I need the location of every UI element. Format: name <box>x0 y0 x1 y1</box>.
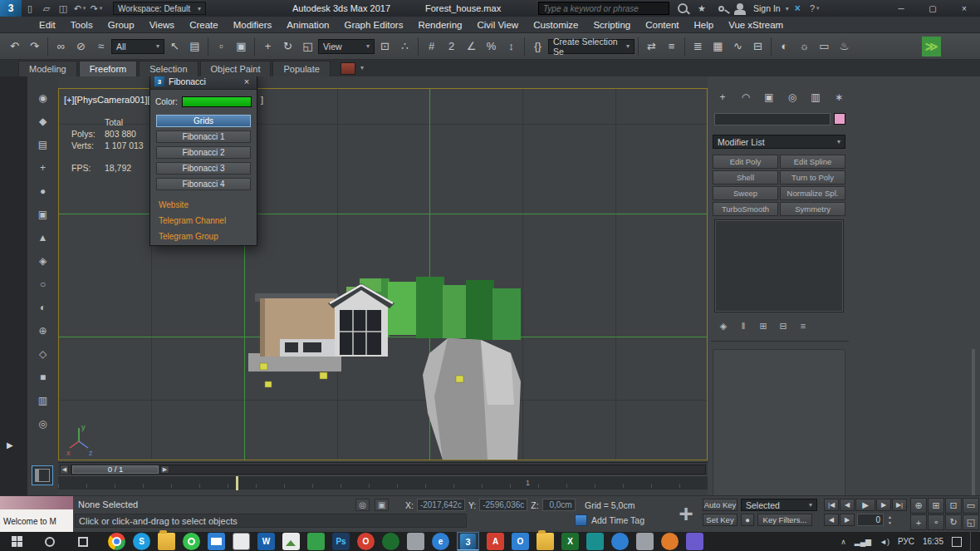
time-tag-icon[interactable] <box>575 514 587 526</box>
set-key-button[interactable]: Set Key <box>703 514 737 526</box>
remove-modifier-icon[interactable]: ⊟ <box>777 321 789 332</box>
fibonacci-1-button[interactable]: Fibonacci 1 <box>156 130 251 143</box>
redo-scene-icon[interactable]: ↷ <box>25 37 44 57</box>
onenote-icon[interactable] <box>307 533 325 550</box>
go-to-start-button[interactable]: |◀ <box>824 499 839 511</box>
percent-snap-icon[interactable]: % <box>482 37 501 57</box>
excel-icon[interactable]: X <box>561 533 579 550</box>
help-icon[interactable]: ?▾ <box>806 1 823 16</box>
left-toolbar-icon-1[interactable]: ◉ <box>34 90 52 106</box>
zoom-extents-icon[interactable]: ⊡ <box>945 498 962 514</box>
select-and-rotate-icon[interactable]: ↻ <box>278 37 297 57</box>
ribbon-config-chevron-icon[interactable]: ▾ <box>360 64 364 71</box>
word-icon[interactable]: W <box>257 533 275 550</box>
menu-animation[interactable]: Animation <box>279 17 336 33</box>
zoom-icon[interactable]: ⊕ <box>910 498 927 514</box>
left-toolbar-icon-9[interactable]: ○ <box>34 276 52 293</box>
zoom-all-icon[interactable]: ⊞ <box>928 498 944 514</box>
left-toolbar-icon-8[interactable]: ◈ <box>34 253 52 269</box>
mirror-icon[interactable]: ⇄ <box>642 37 661 57</box>
hierarchy-tab-icon[interactable]: ▣ <box>761 90 777 105</box>
store-icon[interactable] <box>686 533 703 550</box>
toolbar-chevrons-icon[interactable]: ≫ <box>922 37 941 57</box>
viewport-layout-tab[interactable] <box>32 465 53 485</box>
set-keys-icon[interactable]: ● <box>741 514 754 526</box>
keyboard-shortcut-override-icon[interactable]: # <box>422 37 441 57</box>
motion-tab-icon[interactable]: ◎ <box>784 90 801 105</box>
modifier-stack-list[interactable] <box>714 219 844 312</box>
play-button[interactable]: ▶ <box>855 499 875 511</box>
favorites-star-icon[interactable]: ★ <box>693 1 710 16</box>
menu-graph-editors[interactable]: Graph Editors <box>336 17 410 33</box>
website-link[interactable]: Website <box>159 200 248 209</box>
normalize-spline-button[interactable]: Normalize Spl. <box>780 186 845 200</box>
spinner-down-icon[interactable]: ▼ <box>885 520 894 525</box>
schematic-view-icon[interactable]: ⊟ <box>748 37 767 57</box>
open-file-icon[interactable]: ▱ <box>38 1 55 16</box>
render-setup-icon[interactable]: ☼ <box>795 37 814 57</box>
sign-in-button[interactable]: Sign In <box>751 3 783 13</box>
language-indicator[interactable]: РУС <box>898 537 914 546</box>
tab-selection[interactable]: Selection <box>139 61 198 76</box>
dialog-close-icon[interactable]: × <box>241 76 252 86</box>
angle-snap-icon[interactable]: ∠ <box>462 37 481 57</box>
frame-spinner[interactable]: ▲ ▼ <box>885 514 894 526</box>
left-toolbar-icon-15[interactable]: ◎ <box>34 416 52 432</box>
utilities-tab-icon[interactable]: ∗ <box>831 90 847 105</box>
chrome-icon[interactable] <box>108 533 125 550</box>
sweep-button[interactable]: Sweep <box>713 186 778 200</box>
ribbon-config-icon[interactable] <box>341 62 355 75</box>
left-toolbar-icon-3[interactable]: ▤ <box>34 136 52 153</box>
key-icon[interactable] <box>713 1 729 16</box>
selection-lock-icon[interactable]: ▣ <box>375 499 389 511</box>
notepad-icon[interactable] <box>407 533 424 550</box>
menu-scripting[interactable]: Scripting <box>586 17 638 33</box>
left-toolbar-icon-5[interactable]: ● <box>34 183 52 199</box>
left-toolbar-icon-7[interactable]: ▲ <box>34 229 52 246</box>
named-selection-sets-dropdown[interactable]: Create Selection Se▾ <box>548 39 635 54</box>
undo-icon[interactable]: ↶▾ <box>71 1 88 16</box>
reference-coordinate-dropdown[interactable]: View▾ <box>318 39 375 54</box>
time-slider-handle[interactable]: 0 / 1 <box>72 465 159 474</box>
menu-help[interactable]: Help <box>686 17 721 33</box>
left-toolbar-icon-10[interactable]: ◐ <box>34 299 52 316</box>
menu-create[interactable]: Create <box>182 17 226 33</box>
tab-object-paint[interactable]: Object Paint <box>200 61 272 76</box>
orbit-icon[interactable]: ↻ <box>945 514 962 530</box>
turbosmooth-button[interactable]: TurboSmooth <box>713 202 778 216</box>
menu-content[interactable]: Content <box>638 17 686 33</box>
modify-tab-icon[interactable]: ◠ <box>737 90 754 105</box>
selection-filter-dropdown[interactable]: All▾ <box>111 39 164 54</box>
redo-icon[interactable]: ↷▾ <box>88 1 105 16</box>
display-tab-icon[interactable]: ▥ <box>807 90 824 105</box>
left-toolbar-icon-11[interactable]: ⊕ <box>34 322 52 339</box>
layer-manager-icon[interactable]: ≣ <box>688 37 708 57</box>
color-swatch[interactable] <box>182 96 252 107</box>
search-input[interactable] <box>538 2 669 15</box>
exchange-apps-icon[interactable]: × <box>791 2 804 14</box>
ribbon-toggle-icon[interactable]: ▦ <box>708 37 728 57</box>
select-and-link-icon[interactable]: ∞ <box>51 37 71 57</box>
rendered-frame-window-icon[interactable]: ▭ <box>815 37 834 57</box>
snaps-toggle-icon[interactable]: 2 <box>442 37 461 57</box>
select-and-scale-icon[interactable]: ◱ <box>298 37 317 57</box>
curve-editor-icon[interactable]: ∿ <box>728 37 747 57</box>
clock[interactable]: 16:35 <box>923 537 943 546</box>
documents-icon[interactable] <box>233 533 250 550</box>
fibonacci-4-button[interactable]: Fibonacci 4 <box>156 178 251 190</box>
select-and-manipulate-icon[interactable]: ∴ <box>395 37 414 57</box>
selection-region-icon[interactable]: ▫ <box>212 37 231 57</box>
menu-modifiers[interactable]: Modifiers <box>226 17 280 33</box>
field-of-view-icon[interactable]: ▭ <box>963 498 979 514</box>
unlink-selection-icon[interactable]: ⊘ <box>71 37 91 57</box>
show-hidden-icons[interactable]: ∧ <box>840 538 846 546</box>
symmetry-button[interactable]: Symmetry <box>780 202 845 216</box>
spinner-up-icon[interactable]: ▲ <box>885 514 894 519</box>
tab-populate[interactable]: Populate <box>272 61 330 76</box>
create-tab-icon[interactable]: + <box>714 90 731 105</box>
align-icon[interactable]: ≡ <box>662 37 681 57</box>
fibonacci-2-button[interactable]: Fibonacci 2 <box>156 146 251 159</box>
new-scene-icon[interactable]: ▯ <box>22 1 38 16</box>
configure-modifier-sets-icon[interactable]: ≡ <box>797 321 809 332</box>
y-coordinate-field[interactable]: -2596,036c <box>479 499 527 511</box>
